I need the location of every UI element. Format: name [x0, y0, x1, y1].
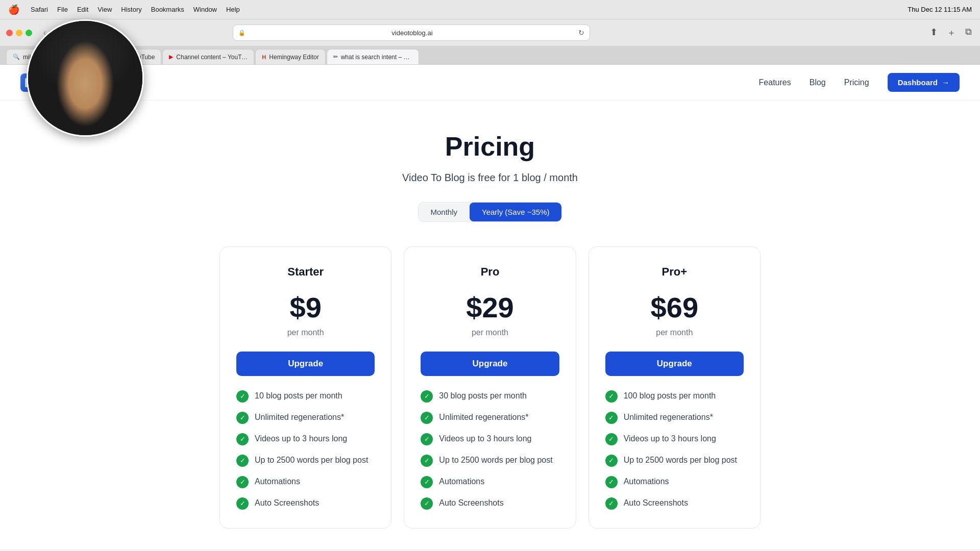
tab-search-intent[interactable]: ✏ what is search intent – analysis de... — [327, 49, 419, 64]
upgrade-button-starter[interactable]: Upgrade — [236, 352, 375, 376]
plan-price-starter: $9 — [236, 291, 375, 324]
toolbar-actions: ⬆ ＋ ⧉ — [928, 24, 974, 41]
check-icon: ✓ — [605, 433, 618, 445]
check-icon: ✓ — [236, 455, 249, 467]
tab-hemingway[interactable]: H Hemingway Editor — [255, 49, 325, 64]
check-icon: ✓ — [236, 476, 249, 488]
pricing-card-proplus: Pro+ $69 per month Upgrade ✓ 100 blog po… — [589, 246, 761, 529]
feature-pro-2: ✓ Unlimited regenerations* — [421, 412, 559, 424]
tab-favicon-5: ✏ — [333, 54, 338, 60]
tab-label-3: Channel content – YouTube Studio — [176, 54, 248, 61]
price-amount-starter: $9 — [290, 291, 322, 323]
check-icon: ✓ — [421, 497, 433, 510]
feature-proplus-2: ✓ Unlimited regenerations* — [605, 412, 744, 424]
check-icon: ✓ — [605, 412, 618, 424]
feature-pro-5: ✓ Automations — [421, 476, 559, 488]
page-subtitle: Video To Blog is free for 1 blog / month — [219, 172, 761, 184]
tab-label-5: what is search intent – analysis de... — [341, 54, 412, 61]
feature-list-proplus: ✓ 100 blog posts per month ✓ Unlimited r… — [605, 390, 744, 510]
feature-proplus-5: ✓ Automations — [605, 476, 744, 488]
menu-file[interactable]: File — [57, 6, 68, 13]
minimize-window-button[interactable] — [16, 30, 22, 36]
plan-price-pro: $29 — [421, 291, 559, 324]
feature-proplus-6: ✓ Auto Screenshots — [605, 497, 744, 510]
tab-label-4: Hemingway Editor — [269, 54, 318, 61]
tab-favicon-1: 🔍 — [13, 54, 20, 60]
close-window-button[interactable] — [6, 30, 13, 36]
check-icon: ✓ — [605, 476, 618, 488]
feature-pro-4: ✓ Up to 2500 words per blog post — [421, 455, 559, 467]
check-icon: ✓ — [421, 390, 433, 403]
toggle-container: Monthly Yearly (Save ~35%) — [418, 202, 562, 222]
nav-blog[interactable]: Blog — [810, 78, 826, 87]
dashboard-button[interactable]: Dashboard → — [888, 73, 960, 92]
check-icon: ✓ — [236, 412, 249, 424]
check-icon: ✓ — [605, 390, 618, 403]
feature-starter-4: ✓ Up to 2500 words per blog post — [236, 455, 375, 467]
feature-starter-1: ✓ 10 blog posts per month — [236, 390, 375, 403]
pricing-grid: Starter $9 per month Upgrade ✓ 10 blog p… — [219, 246, 761, 529]
tab-favicon-3: ▶ — [169, 54, 173, 60]
nav-features[interactable]: Features — [759, 78, 791, 87]
website: Video to Blog Features Blog Pricing Dash… — [0, 65, 980, 549]
menu-safari[interactable]: Safari — [31, 6, 48, 13]
webcam-overlay — [27, 19, 144, 137]
browser-toolbar: ‹ › 🔒 videotoblog.ai ↻ ⬆ ＋ ⧉ — [0, 19, 980, 46]
check-icon: ✓ — [236, 390, 249, 403]
upgrade-button-proplus[interactable]: Upgrade — [605, 352, 744, 376]
feature-list-pro: ✓ 30 blog posts per month ✓ Unlimited re… — [421, 390, 559, 510]
plan-name-pro: Pro — [421, 265, 559, 279]
apple-menu[interactable]: 🍎 — [8, 4, 19, 15]
price-amount-proplus: $69 — [651, 291, 698, 323]
check-icon: ✓ — [421, 433, 433, 445]
check-icon: ✓ — [421, 455, 433, 467]
check-icon: ✓ — [236, 433, 249, 445]
sidebar-icon[interactable]: ⧉ — [963, 24, 974, 41]
tab-youtube-studio[interactable]: ▶ Channel content – YouTube Studio — [162, 49, 254, 64]
nav-pricing[interactable]: Pricing — [844, 78, 869, 87]
feature-starter-6: ✓ Auto Screenshots — [236, 497, 375, 510]
main-content: Pricing Video To Blog is free for 1 blog… — [209, 101, 771, 549]
feature-pro-1: ✓ 30 blog posts per month — [421, 390, 559, 403]
new-tab-icon[interactable]: ＋ — [945, 24, 958, 41]
price-period-starter: per month — [236, 328, 375, 337]
lock-icon: 🔒 — [238, 30, 246, 36]
feature-pro-3: ✓ Videos up to 3 hours long — [421, 433, 559, 445]
monthly-toggle-button[interactable]: Monthly — [419, 203, 470, 221]
menu-history[interactable]: History — [121, 6, 141, 13]
menubar-time: Thu Dec 12 11:15 AM — [908, 6, 972, 13]
pricing-card-starter: Starter $9 per month Upgrade ✓ 10 blog p… — [219, 246, 391, 529]
feature-starter-3: ✓ Videos up to 3 hours long — [236, 433, 375, 445]
price-amount-pro: $29 — [466, 291, 513, 323]
menu-help[interactable]: Help — [226, 6, 240, 13]
menu-view[interactable]: View — [97, 6, 112, 13]
webcam-person — [28, 21, 142, 135]
menu-window[interactable]: Window — [193, 6, 217, 13]
address-text: videotoblog.ai — [249, 29, 575, 37]
plan-name-starter: Starter — [236, 265, 375, 279]
address-bar[interactable]: 🔒 videotoblog.ai ↻ — [233, 24, 590, 41]
feature-starter-5: ✓ Automations — [236, 476, 375, 488]
menu-edit[interactable]: Edit — [77, 6, 88, 13]
plan-price-proplus: $69 — [605, 291, 744, 324]
share-icon[interactable]: ⬆ — [928, 24, 940, 41]
yearly-toggle-button[interactable]: Yearly (Save ~35%) — [470, 203, 561, 221]
feature-proplus-3: ✓ Videos up to 3 hours long — [605, 433, 744, 445]
price-period-proplus: per month — [605, 328, 744, 337]
site-header: Video to Blog Features Blog Pricing Dash… — [0, 65, 980, 101]
check-icon: ✓ — [236, 497, 249, 510]
feature-pro-6: ✓ Auto Screenshots — [421, 497, 559, 510]
dashboard-label: Dashboard — [898, 78, 938, 87]
browser-tabs: 🔍 mikesaidthat.com ▶ Mike Shuey – YouTub… — [0, 46, 980, 64]
check-icon: ✓ — [421, 476, 433, 488]
pricing-card-pro: Pro $29 per month Upgrade ✓ 30 blog post… — [404, 246, 576, 529]
tab-favicon-4: H — [262, 54, 266, 60]
reload-button[interactable]: ↻ — [578, 29, 584, 37]
menu-bookmarks[interactable]: Bookmarks — [151, 6, 184, 13]
feature-proplus-1: ✓ 100 blog posts per month — [605, 390, 744, 403]
check-icon: ✓ — [605, 455, 618, 467]
dashboard-arrow-icon: → — [942, 78, 949, 87]
upgrade-button-pro[interactable]: Upgrade — [421, 352, 559, 376]
price-period-pro: per month — [421, 328, 559, 337]
menubar: 🍎 Safari File Edit View History Bookmark… — [0, 0, 980, 19]
